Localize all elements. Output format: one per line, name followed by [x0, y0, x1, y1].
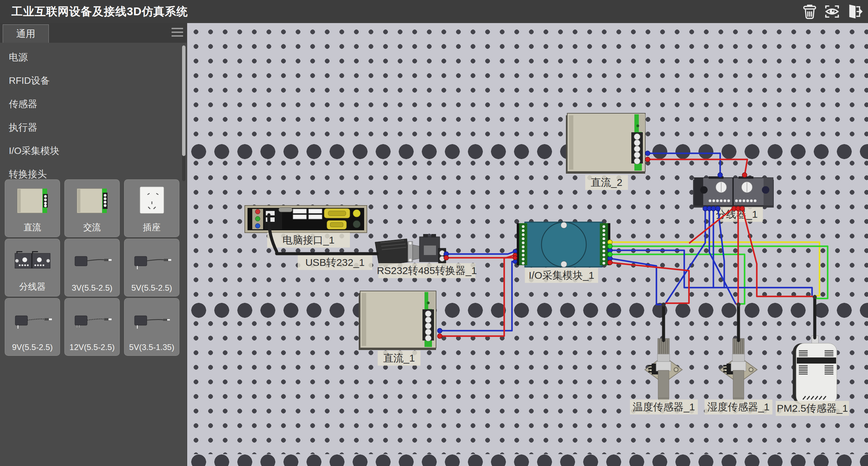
- palette-item-socket[interactable]: 插座: [124, 179, 179, 237]
- exit-door-icon: [846, 3, 863, 20]
- device-computer-port-1[interactable]: [245, 206, 367, 233]
- palette-item-12v[interactable]: 12V(5.5-2.5): [64, 298, 120, 356]
- wire-blue[interactable]: [446, 251, 515, 254]
- category-io-module[interactable]: I/O采集模块: [0, 139, 187, 162]
- device-label: 电脑接口_1: [282, 234, 334, 246]
- wire-blue[interactable]: [648, 153, 720, 176]
- palette-item-5v-135[interactable]: 5V(3.5-1.35): [124, 298, 179, 356]
- device-label: I/O采集模块_1: [529, 270, 594, 281]
- device-temperature-sensor-1[interactable]: [645, 338, 682, 403]
- sidebar: 通用 电源 RFID设备 传感器 执行器 I/O采集模块 转换接头: [0, 23, 187, 466]
- device-pm25-sensor-1[interactable]: [793, 336, 837, 404]
- power-adapter-icon: [65, 239, 119, 283]
- device-label: 湿度传感器_1: [707, 401, 769, 412]
- device-label: 温度传感器_1: [633, 401, 695, 412]
- device-label: USB转232_1: [305, 257, 364, 268]
- device-io-module-1[interactable]: [517, 222, 610, 267]
- palette-item-dc[interactable]: 直流: [5, 179, 60, 237]
- delete-button[interactable]: [801, 3, 818, 20]
- device-usb-to-232-1[interactable]: [375, 239, 419, 266]
- view-reset-button[interactable]: [823, 3, 841, 20]
- tab-general[interactable]: 通用: [3, 24, 49, 43]
- sidebar-tab-bar: 通用: [0, 23, 187, 43]
- top-bar: 工业互联网设备及接线3D仿真系统: [0, 0, 868, 23]
- device-label: RS232转485转换器_1: [377, 265, 477, 276]
- scene: 电脑接口_1 USB转232_1 RS232转485转换器_1 I/O采集模块_…: [187, 23, 868, 466]
- ac-psu-icon: [65, 180, 119, 221]
- power-adapter-icon: [5, 298, 60, 343]
- sidebar-scrollbar-thumb[interactable]: [182, 45, 185, 156]
- palette-item-5v[interactable]: 5V(5.5-2.5): [124, 239, 179, 296]
- device-dc-power-2[interactable]: [566, 113, 645, 174]
- power-adapter-icon: [65, 298, 119, 343]
- palette-item-3v[interactable]: 3V(5.5-2.5): [64, 239, 120, 296]
- device-palette: 直流 交流: [5, 179, 183, 357]
- palette-item-9v[interactable]: 9V(5.5-2.5): [5, 298, 60, 356]
- wire-red[interactable]: [736, 208, 738, 304]
- device-dc-power-1[interactable]: [359, 291, 436, 350]
- palette-item-ac[interactable]: 交流: [64, 179, 120, 237]
- wire-blue[interactable]: [665, 208, 705, 304]
- device-humidity-sensor-1[interactable]: [720, 338, 757, 403]
- wire-red[interactable]: [446, 255, 515, 258]
- power-adapter-icon: [124, 298, 179, 343]
- socket-icon: [124, 180, 179, 221]
- canvas-3d-viewport[interactable]: 电脑接口_1 USB转232_1 RS232转485转换器_1 I/O采集模块_…: [187, 23, 868, 466]
- device-label: 直流_2: [591, 177, 622, 188]
- menu-icon[interactable]: [172, 28, 183, 38]
- category-rfid[interactable]: RFID设备: [0, 69, 187, 92]
- device-rs232-to-485-converter-1[interactable]: [419, 234, 446, 263]
- device-label: 直流_1: [383, 352, 415, 364]
- wire-red[interactable]: [648, 159, 747, 176]
- category-actuator[interactable]: 执行器: [0, 116, 187, 139]
- eye-scan-icon: [823, 3, 841, 20]
- power-adapter-icon: [124, 239, 179, 283]
- palette-item-splitter[interactable]: 分线器: [5, 239, 60, 296]
- device-label: PM2.5传感器_1: [777, 403, 848, 414]
- category-sensor[interactable]: 传感器: [0, 92, 187, 116]
- exit-button[interactable]: [846, 3, 863, 20]
- dc-psu-icon: [5, 180, 60, 221]
- wire-red[interactable]: [610, 263, 689, 303]
- device-splitter-1[interactable]: [693, 176, 774, 208]
- app-title: 工业互联网设备及接线3D仿真系统: [12, 4, 188, 19]
- splitter-icon: [5, 239, 60, 281]
- category-power[interactable]: 电源: [0, 45, 187, 69]
- trash-icon: [801, 3, 818, 20]
